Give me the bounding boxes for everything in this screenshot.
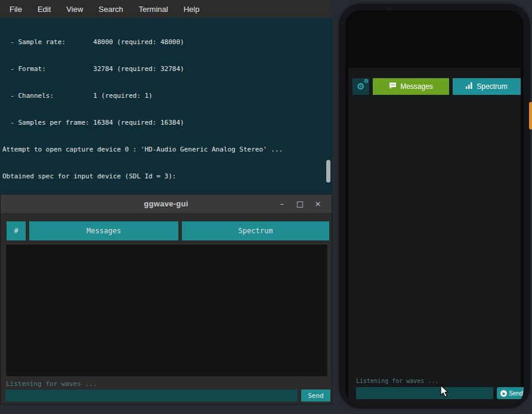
- phone-tab-messages-label: Messages: [400, 82, 433, 91]
- bar-chart-icon: [466, 82, 473, 91]
- phone-power-button: [529, 102, 532, 129]
- menu-item-file[interactable]: File: [4, 2, 28, 16]
- menu-item-edit[interactable]: Edit: [32, 2, 57, 16]
- maximize-button[interactable]: □: [291, 194, 309, 213]
- phone-screen: ⚙ ⚙ Messages Spectrum Listening for wave…: [345, 10, 524, 406]
- gear-small-icon: ⚙: [364, 79, 369, 84]
- settings-button[interactable]: ⚙ ⚙: [352, 78, 369, 95]
- gui-tab-bar: # Messages Spectrum: [7, 221, 330, 240]
- menu-item-terminal[interactable]: Terminal: [133, 2, 174, 16]
- terminal-line: Attempt to open capture device 0 : 'HD-A…: [2, 145, 324, 154]
- minimize-icon: –: [280, 199, 284, 208]
- minimize-button[interactable]: –: [273, 194, 291, 213]
- terminal-line: Obtained spec for input device (SDL Id =…: [2, 172, 324, 181]
- window-titlebar[interactable]: ggwave-gui – □ ×: [1, 194, 332, 214]
- tab-spectrum[interactable]: Spectrum: [182, 221, 329, 240]
- phone-app: ⚙ ⚙ Messages Spectrum Listening for wave…: [348, 68, 521, 406]
- terminal-window: File Edit View Search Terminal Help - Sa…: [0, 0, 332, 194]
- messages-panel: [5, 244, 328, 377]
- menu-item-search[interactable]: Search: [92, 2, 129, 16]
- speech-bubble-icon: [389, 82, 397, 91]
- send-button[interactable]: Send: [301, 390, 330, 401]
- phone-status-text: Listening for waves ...: [356, 378, 438, 384]
- message-input[interactable]: [5, 390, 298, 401]
- phone-send-button[interactable]: ▶ Send: [497, 387, 524, 399]
- phone-tab-messages[interactable]: Messages: [373, 78, 449, 95]
- window-controls: – □ ×: [273, 194, 327, 213]
- close-icon: ×: [315, 199, 321, 208]
- phone-tab-spectrum-label: Spectrum: [477, 82, 507, 91]
- send-icon: ▶: [500, 390, 507, 397]
- terminal-menubar: File Edit View Search Terminal Help: [0, 0, 332, 18]
- phone-message-input[interactable]: [356, 387, 493, 399]
- terminal-scrollbar[interactable]: [326, 18, 332, 194]
- ggwave-gui-window: ggwave-gui – □ × # Messages Spectrum Lis…: [0, 194, 332, 404]
- menu-item-view[interactable]: View: [60, 2, 89, 16]
- phone-frame: ⚙ ⚙ Messages Spectrum Listening for wave…: [337, 2, 532, 410]
- terminal-output[interactable]: - Sample rate: 48000 (required: 48000) -…: [0, 18, 332, 194]
- tab-messages[interactable]: Messages: [29, 221, 178, 240]
- terminal-line: - Format: 32784 (required: 32784): [2, 64, 324, 73]
- terminal-line: - Sample rate: 48000 (required: 48000): [2, 38, 324, 47]
- menu-item-help[interactable]: Help: [178, 2, 206, 16]
- phone-tab-spectrum[interactable]: Spectrum: [453, 78, 521, 95]
- close-button[interactable]: ×: [309, 194, 327, 213]
- status-text: Listening for waves ...: [6, 380, 97, 388]
- maximize-icon: □: [296, 199, 304, 208]
- hash-tab-button[interactable]: #: [7, 221, 26, 240]
- phone-tab-bar: ⚙ ⚙ Messages Spectrum: [352, 78, 521, 95]
- window-title: ggwave-gui: [144, 199, 188, 208]
- scrollbar-thumb[interactable]: [326, 160, 330, 183]
- terminal-line: - Channels: 1 (required: 1): [2, 91, 324, 100]
- phone-send-label: Send: [509, 390, 522, 397]
- terminal-line: - Samples per frame: 16384 (required: 16…: [2, 118, 324, 127]
